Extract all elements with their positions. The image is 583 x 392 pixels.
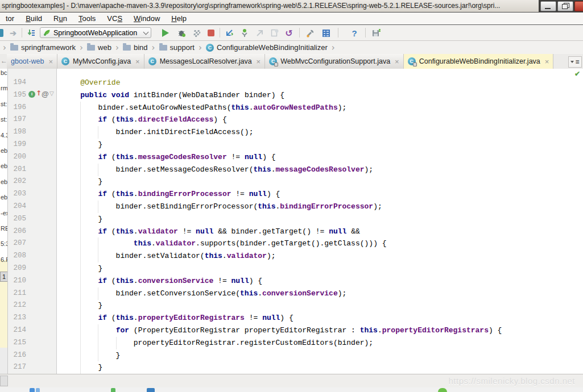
line-number-215[interactable]: 215 bbox=[8, 337, 26, 349]
menu-item-help[interactable]: Help bbox=[166, 14, 192, 23]
push-button[interactable] bbox=[255, 28, 265, 38]
breadcrumb-item-springframework[interactable]: springframework bbox=[8, 43, 78, 52]
code-editor[interactable]: @Override public void initBinder(WebData… bbox=[63, 77, 502, 374]
minimize-button[interactable] bbox=[540, 1, 556, 11]
code-line-197[interactable]: if (this.directFieldAccess) { bbox=[63, 114, 502, 126]
back-icon[interactable] bbox=[0, 29, 3, 37]
code-line-209[interactable]: } bbox=[63, 262, 502, 275]
debug-button[interactable] bbox=[176, 28, 187, 38]
line-number-207[interactable]: 207 bbox=[8, 237, 26, 250]
help-button[interactable]: ? bbox=[349, 28, 359, 38]
line-number-202[interactable]: 202 bbox=[8, 176, 26, 188]
hidden-tabs-dropdown[interactable]: ≡ bbox=[568, 56, 582, 68]
line-number-206[interactable]: 206 bbox=[8, 226, 26, 238]
project-structure-button[interactable] bbox=[321, 28, 331, 38]
code-line-204[interactable]: binder.setBindingErrorProcessor(this.bin… bbox=[63, 201, 502, 213]
line-number-211[interactable]: 211 bbox=[8, 287, 26, 300]
code-line-200[interactable]: if (this.messageCodesResolver != null) { bbox=[63, 151, 502, 164]
inspections-ok-icon[interactable]: ✔ bbox=[574, 70, 580, 78]
code-line-205[interactable]: } bbox=[63, 213, 502, 226]
line-number-212[interactable]: 212 bbox=[8, 299, 26, 312]
line-number-198[interactable]: 198 bbox=[8, 126, 26, 139]
tab-mymvcconfig-java[interactable]: CMyMvcConfig.java× bbox=[57, 54, 144, 69]
rollback-button[interactable]: ↺ bbox=[284, 28, 294, 38]
code-line-211[interactable]: binder.setConversionService(this.convers… bbox=[63, 287, 502, 300]
line-number-196[interactable]: 196 bbox=[8, 102, 26, 114]
tab-configurablewebbindinginitializer-java[interactable]: CConfigurableWebBindingInitializer.java× bbox=[404, 54, 554, 69]
code-line-202[interactable]: } bbox=[63, 176, 502, 188]
code-line-213[interactable]: if (this.propertyEditorRegistrars != nul… bbox=[63, 312, 502, 324]
menu-item-build[interactable]: Build bbox=[20, 14, 48, 23]
menu-item-tor[interactable]: tor bbox=[0, 14, 20, 23]
line-number-194[interactable]: 194 bbox=[8, 77, 26, 89]
code-line-212[interactable]: } bbox=[63, 299, 502, 312]
code-line-214[interactable]: for (PropertyEditorRegistrar propertyEdi… bbox=[63, 324, 502, 337]
line-number-201[interactable]: 201 bbox=[8, 164, 26, 176]
overrides-up-arrow-icon[interactable]: ↑ bbox=[36, 89, 42, 97]
code-line-216[interactable]: } bbox=[63, 349, 502, 362]
tab-close-icon[interactable]: × bbox=[257, 57, 261, 66]
code-line-210[interactable]: if (this.conversionService != null) { bbox=[63, 275, 502, 287]
tab-close-icon[interactable]: × bbox=[545, 57, 549, 66]
line-number-208[interactable]: 208 bbox=[8, 250, 26, 262]
code-line-215[interactable]: propertyEditorRegistrar.registerCustomEd… bbox=[63, 337, 502, 349]
diff-button[interactable] bbox=[270, 28, 280, 38]
class-icon: C bbox=[206, 44, 214, 52]
line-number-203[interactable]: 203 bbox=[8, 188, 26, 201]
menu-item-run[interactable]: Run bbox=[48, 14, 73, 23]
run-button[interactable] bbox=[160, 28, 171, 38]
code-line-217[interactable]: } bbox=[63, 361, 502, 374]
override-marker-icon[interactable]: I bbox=[28, 91, 35, 98]
folder-icon bbox=[123, 45, 131, 51]
line-number-195[interactable]: 195 bbox=[8, 89, 26, 102]
menu-item-window[interactable]: Window bbox=[128, 14, 166, 23]
code-fold-icon[interactable]: ▽ bbox=[49, 90, 54, 97]
menu-item-vcs[interactable]: VCS bbox=[101, 14, 128, 23]
tab-close-icon[interactable]: × bbox=[395, 57, 399, 66]
line-number-209[interactable]: 209 bbox=[8, 262, 26, 275]
run-configuration-select[interactable]: SpringbootWebApplication bbox=[40, 27, 151, 38]
breadcrumb-item-support[interactable]: support bbox=[157, 43, 197, 52]
line-number-199[interactable]: 199 bbox=[8, 139, 26, 151]
code-line-206[interactable]: if (this.validator != null && binder.get… bbox=[63, 226, 502, 238]
breadcrumb-item-bind[interactable]: bind bbox=[121, 43, 150, 52]
line-number-217[interactable]: 217 bbox=[8, 361, 26, 374]
project-panel-fragment: eb: bbox=[1, 162, 7, 169]
code-line-203[interactable]: if (this.bindingErrorProcessor != null) … bbox=[63, 188, 502, 201]
coverage-button[interactable] bbox=[192, 28, 202, 38]
code-line-194[interactable]: @Override bbox=[63, 77, 502, 89]
line-number-210[interactable]: 210 bbox=[8, 275, 26, 287]
breadcrumb-item-web[interactable]: web bbox=[85, 43, 114, 52]
menu-item-tools[interactable]: Tools bbox=[73, 14, 101, 23]
sync-icon[interactable] bbox=[26, 28, 36, 38]
settings-button[interactable] bbox=[305, 28, 315, 38]
stop-button[interactable] bbox=[206, 28, 216, 38]
code-line-195[interactable]: public void initBinder(WebDataBinder bin… bbox=[63, 89, 502, 102]
code-line-208[interactable]: binder.setValidator(this.validator); bbox=[63, 250, 502, 262]
line-number-205[interactable]: 205 bbox=[8, 213, 26, 226]
update-project-button[interactable] bbox=[224, 28, 234, 38]
list-icon: ≡ bbox=[575, 58, 579, 66]
code-line-201[interactable]: binder.setMessageCodesResolver(this.mess… bbox=[63, 164, 502, 176]
line-number-214[interactable]: 214 bbox=[8, 324, 26, 337]
tab-close-icon[interactable]: × bbox=[135, 57, 140, 66]
tab-close-icon[interactable]: × bbox=[48, 57, 53, 66]
tab-gboot-web[interactable]: gboot-web× bbox=[7, 54, 57, 69]
code-line-207[interactable]: this.validator.supports(binder.getTarget… bbox=[63, 237, 502, 250]
code-line-199[interactable]: } bbox=[63, 139, 502, 151]
line-number-216[interactable]: 216 bbox=[8, 349, 26, 362]
commit-button[interactable] bbox=[239, 28, 250, 38]
tab-webmvcconfigurationsupport-java[interactable]: CWebMvcConfigurationSupport.java× bbox=[265, 54, 404, 69]
forward-icon[interactable]: ➔ bbox=[8, 28, 18, 38]
breadcrumb-item-configurablewebbindinginitializer[interactable]: CConfigurableWebBindingInitializer bbox=[204, 43, 330, 52]
line-number-213[interactable]: 213 bbox=[8, 312, 26, 324]
close-button[interactable] bbox=[574, 1, 583, 11]
line-number-200[interactable]: 200 bbox=[8, 151, 26, 164]
code-line-198[interactable]: binder.initDirectFieldAccess(); bbox=[63, 126, 502, 139]
line-number-197[interactable]: 197 bbox=[8, 114, 26, 126]
code-line-196[interactable]: binder.setAutoGrowNestedPaths(this.autoG… bbox=[63, 102, 502, 114]
line-number-204[interactable]: 204 bbox=[8, 201, 26, 213]
tab-messageslocalresolver-java[interactable]: CMessagesLocalResolver.java× bbox=[144, 54, 265, 69]
save-button[interactable] bbox=[371, 28, 381, 38]
restore-button[interactable] bbox=[557, 1, 573, 11]
